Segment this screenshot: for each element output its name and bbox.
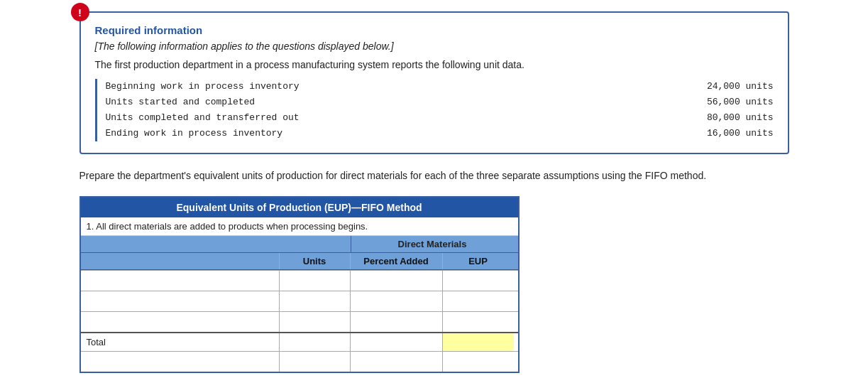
row2-label[interactable] — [81, 291, 280, 311]
row3-eup[interactable] — [443, 312, 514, 332]
eup-total-row: Total — [81, 332, 518, 351]
eup-table-header: Equivalent Units of Production (EUP)—FIF… — [81, 198, 518, 217]
data-table: Beginning work in process inventory 24,0… — [95, 79, 774, 141]
row2-eup[interactable] — [443, 291, 514, 311]
row1-eup[interactable] — [443, 271, 514, 291]
prepare-text: Prepare the department's equivalent unit… — [79, 168, 789, 183]
alert-icon: ! — [71, 3, 89, 21]
footer-percent[interactable] — [351, 352, 443, 372]
eup-subheader: 1. All direct materials are added to pro… — [81, 217, 518, 236]
col-header-label — [81, 253, 280, 269]
data-row-4: Ending work in process inventory 16,000 … — [106, 126, 774, 141]
value-4: 16,000 units — [707, 126, 774, 141]
required-title: Required information — [95, 24, 774, 36]
data-row-2: Units started and completed 56,000 units — [106, 95, 774, 110]
col-header-empty — [81, 236, 280, 252]
footer-label[interactable] — [81, 352, 280, 372]
row1-units[interactable] — [280, 271, 351, 291]
footer-eup[interactable] — [443, 352, 514, 372]
label-3: Units completed and transferred out — [106, 110, 300, 126]
col-header-eup: EUP — [443, 253, 514, 269]
col-header-percent: Percent Added — [351, 253, 443, 269]
row2-percent[interactable] — [351, 291, 443, 311]
eup-table: Equivalent Units of Production (EUP)—FIF… — [79, 196, 520, 373]
required-info-box: ! Required information [The following in… — [79, 11, 789, 154]
value-3: 80,000 units — [707, 110, 774, 126]
total-units[interactable] — [280, 333, 351, 351]
row1-label[interactable] — [81, 271, 280, 291]
label-2: Units started and completed — [106, 95, 256, 110]
value-1: 24,000 units — [707, 79, 774, 95]
eup-row-2 — [81, 291, 518, 311]
page-container: ! Required information [The following in… — [79, 11, 789, 373]
row3-label[interactable] — [81, 312, 280, 332]
total-eup[interactable] — [443, 333, 514, 351]
col-header-units-spacer — [280, 236, 351, 252]
total-label: Total — [81, 333, 280, 351]
col-header-bottom: Units Percent Added EUP — [81, 253, 518, 270]
eup-row-3 — [81, 311, 518, 332]
col-header-units: Units — [280, 253, 351, 269]
eup-footer-row — [81, 351, 518, 372]
eup-data-rows: Total — [81, 270, 518, 372]
label-4: Ending work in process inventory — [106, 126, 283, 141]
footer-units[interactable] — [280, 352, 351, 372]
intro-text: The first production department in a pro… — [95, 59, 774, 70]
col-header-top: Direct Materials — [81, 236, 518, 253]
label-1: Beginning work in process inventory — [106, 79, 300, 95]
row3-units[interactable] — [280, 312, 351, 332]
value-2: 56,000 units — [707, 95, 774, 110]
data-row-3: Units completed and transferred out 80,0… — [106, 110, 774, 126]
col-header-dm: Direct Materials — [351, 236, 514, 252]
row3-percent[interactable] — [351, 312, 443, 332]
eup-row-1 — [81, 270, 518, 291]
row2-units[interactable] — [280, 291, 351, 311]
total-percent — [351, 333, 443, 351]
data-row-1: Beginning work in process inventory 24,0… — [106, 79, 774, 95]
row1-percent[interactable] — [351, 271, 443, 291]
italic-note: [The following information applies to th… — [95, 41, 774, 52]
